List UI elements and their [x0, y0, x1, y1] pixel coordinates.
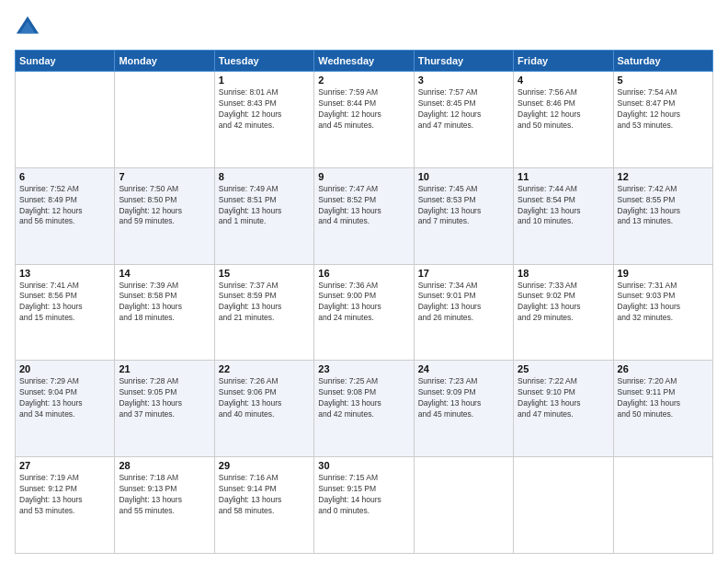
- day-number: 13: [19, 268, 110, 279]
- calendar-week-1: 1Sunrise: 8:01 AM Sunset: 8:43 PM Daylig…: [16, 72, 713, 168]
- calendar-week-5: 27Sunrise: 7:19 AM Sunset: 9:12 PM Dayli…: [16, 457, 713, 554]
- day-number: 16: [318, 268, 409, 279]
- calendar-cell: 1Sunrise: 8:01 AM Sunset: 8:43 PM Daylig…: [214, 72, 313, 168]
- calendar-week-4: 20Sunrise: 7:29 AM Sunset: 9:04 PM Dayli…: [16, 361, 713, 457]
- page: SundayMondayTuesdayWednesdayThursdayFrid…: [0, 0, 728, 563]
- calendar-cell: 16Sunrise: 7:36 AM Sunset: 9:00 PM Dayli…: [314, 264, 414, 361]
- calendar-week-3: 13Sunrise: 7:41 AM Sunset: 8:56 PM Dayli…: [16, 264, 713, 361]
- day-info: Sunrise: 7:49 AM Sunset: 8:51 PM Dayligh…: [219, 184, 310, 228]
- day-info: Sunrise: 7:28 AM Sunset: 9:05 PM Dayligh…: [119, 376, 210, 420]
- day-number: 18: [518, 268, 609, 279]
- calendar-cell: 11Sunrise: 7:44 AM Sunset: 8:54 PM Dayli…: [514, 167, 613, 264]
- day-info: Sunrise: 7:57 AM Sunset: 8:45 PM Dayligh…: [418, 87, 509, 132]
- day-info: Sunrise: 7:37 AM Sunset: 8:59 PM Dayligh…: [219, 281, 310, 325]
- day-number: 24: [418, 363, 509, 374]
- day-info: Sunrise: 7:47 AM Sunset: 8:52 PM Dayligh…: [318, 184, 409, 228]
- calendar-cell: 5Sunrise: 7:54 AM Sunset: 8:47 PM Daylig…: [613, 72, 712, 168]
- day-info: Sunrise: 7:15 AM Sunset: 9:15 PM Dayligh…: [318, 473, 409, 517]
- calendar-header-friday: Friday: [514, 51, 613, 72]
- calendar-header-monday: Monday: [115, 51, 214, 72]
- logo-icon: [15, 15, 40, 40]
- calendar-cell: 4Sunrise: 7:56 AM Sunset: 8:46 PM Daylig…: [514, 72, 613, 168]
- day-info: Sunrise: 7:50 AM Sunset: 8:50 PM Dayligh…: [119, 184, 210, 228]
- calendar-cell: 9Sunrise: 7:47 AM Sunset: 8:52 PM Daylig…: [314, 167, 414, 264]
- day-number: 14: [119, 268, 210, 279]
- header: [15, 15, 713, 40]
- day-number: 17: [418, 268, 509, 279]
- calendar-cell: 23Sunrise: 7:25 AM Sunset: 9:08 PM Dayli…: [314, 361, 414, 457]
- calendar-cell: 10Sunrise: 7:45 AM Sunset: 8:53 PM Dayli…: [414, 167, 513, 264]
- day-info: Sunrise: 7:41 AM Sunset: 8:56 PM Dayligh…: [19, 281, 110, 325]
- day-number: 1: [219, 75, 310, 86]
- day-info: Sunrise: 7:59 AM Sunset: 8:44 PM Dayligh…: [318, 87, 409, 132]
- day-number: 2: [318, 75, 409, 86]
- day-info: Sunrise: 8:01 AM Sunset: 8:43 PM Dayligh…: [219, 87, 310, 132]
- day-number: 12: [618, 171, 709, 182]
- calendar-cell: 27Sunrise: 7:19 AM Sunset: 9:12 PM Dayli…: [16, 457, 115, 554]
- calendar-header-row: SundayMondayTuesdayWednesdayThursdayFrid…: [16, 51, 713, 72]
- calendar-cell: 29Sunrise: 7:16 AM Sunset: 9:14 PM Dayli…: [214, 457, 313, 554]
- calendar-header-sunday: Sunday: [16, 51, 115, 72]
- day-info: Sunrise: 7:16 AM Sunset: 9:14 PM Dayligh…: [219, 473, 310, 517]
- calendar-cell: 12Sunrise: 7:42 AM Sunset: 8:55 PM Dayli…: [613, 167, 712, 264]
- calendar-cell: 17Sunrise: 7:34 AM Sunset: 9:01 PM Dayli…: [414, 264, 513, 361]
- day-info: Sunrise: 7:31 AM Sunset: 9:03 PM Dayligh…: [618, 281, 709, 325]
- calendar-cell: [613, 457, 712, 554]
- day-info: Sunrise: 7:56 AM Sunset: 8:46 PM Dayligh…: [518, 87, 609, 132]
- day-number: 4: [518, 75, 609, 86]
- calendar-cell: 14Sunrise: 7:39 AM Sunset: 8:58 PM Dayli…: [115, 264, 214, 361]
- calendar-header-tuesday: Tuesday: [214, 51, 313, 72]
- calendar-cell: 7Sunrise: 7:50 AM Sunset: 8:50 PM Daylig…: [115, 167, 214, 264]
- calendar-cell: 24Sunrise: 7:23 AM Sunset: 9:09 PM Dayli…: [414, 361, 513, 457]
- calendar-cell: 8Sunrise: 7:49 AM Sunset: 8:51 PM Daylig…: [214, 167, 313, 264]
- calendar-cell: 26Sunrise: 7:20 AM Sunset: 9:11 PM Dayli…: [613, 361, 712, 457]
- day-number: 3: [418, 75, 509, 86]
- calendar-cell: 15Sunrise: 7:37 AM Sunset: 8:59 PM Dayli…: [214, 264, 313, 361]
- calendar-cell: 13Sunrise: 7:41 AM Sunset: 8:56 PM Dayli…: [16, 264, 115, 361]
- day-info: Sunrise: 7:34 AM Sunset: 9:01 PM Dayligh…: [418, 281, 509, 325]
- calendar-cell: 6Sunrise: 7:52 AM Sunset: 8:49 PM Daylig…: [16, 167, 115, 264]
- calendar-cell: 20Sunrise: 7:29 AM Sunset: 9:04 PM Dayli…: [16, 361, 115, 457]
- calendar-cell: [16, 72, 115, 168]
- day-info: Sunrise: 7:18 AM Sunset: 9:13 PM Dayligh…: [119, 473, 210, 517]
- calendar-cell: [414, 457, 513, 554]
- day-number: 28: [119, 460, 210, 471]
- day-info: Sunrise: 7:29 AM Sunset: 9:04 PM Dayligh…: [19, 376, 110, 420]
- calendar-cell: 3Sunrise: 7:57 AM Sunset: 8:45 PM Daylig…: [414, 72, 513, 168]
- day-number: 8: [219, 171, 310, 182]
- calendar-cell: 28Sunrise: 7:18 AM Sunset: 9:13 PM Dayli…: [115, 457, 214, 554]
- day-number: 20: [19, 363, 110, 374]
- calendar-cell: 25Sunrise: 7:22 AM Sunset: 9:10 PM Dayli…: [514, 361, 613, 457]
- day-number: 30: [318, 460, 409, 471]
- day-number: 11: [518, 171, 609, 182]
- calendar-cell: [514, 457, 613, 554]
- day-info: Sunrise: 7:25 AM Sunset: 9:08 PM Dayligh…: [318, 376, 409, 420]
- day-info: Sunrise: 7:33 AM Sunset: 9:02 PM Dayligh…: [518, 281, 609, 325]
- calendar-cell: [115, 72, 214, 168]
- day-info: Sunrise: 7:54 AM Sunset: 8:47 PM Dayligh…: [618, 87, 709, 132]
- calendar-cell: 18Sunrise: 7:33 AM Sunset: 9:02 PM Dayli…: [514, 264, 613, 361]
- day-info: Sunrise: 7:20 AM Sunset: 9:11 PM Dayligh…: [618, 376, 709, 420]
- day-number: 22: [219, 363, 310, 374]
- calendar-cell: 21Sunrise: 7:28 AM Sunset: 9:05 PM Dayli…: [115, 361, 214, 457]
- day-number: 10: [418, 171, 509, 182]
- day-info: Sunrise: 7:52 AM Sunset: 8:49 PM Dayligh…: [19, 184, 110, 228]
- day-number: 15: [219, 268, 310, 279]
- day-number: 7: [119, 171, 210, 182]
- logo: [15, 15, 44, 40]
- day-info: Sunrise: 7:42 AM Sunset: 8:55 PM Dayligh…: [618, 184, 709, 228]
- calendar-cell: 22Sunrise: 7:26 AM Sunset: 9:06 PM Dayli…: [214, 361, 313, 457]
- day-number: 19: [618, 268, 709, 279]
- day-info: Sunrise: 7:19 AM Sunset: 9:12 PM Dayligh…: [19, 473, 110, 517]
- day-info: Sunrise: 7:39 AM Sunset: 8:58 PM Dayligh…: [119, 281, 210, 325]
- calendar-week-2: 6Sunrise: 7:52 AM Sunset: 8:49 PM Daylig…: [16, 167, 713, 264]
- day-number: 27: [19, 460, 110, 471]
- day-number: 6: [19, 171, 110, 182]
- day-info: Sunrise: 7:22 AM Sunset: 9:10 PM Dayligh…: [518, 376, 609, 420]
- day-number: 25: [518, 363, 609, 374]
- calendar-table: SundayMondayTuesdayWednesdayThursdayFrid…: [15, 50, 713, 554]
- calendar-header-wednesday: Wednesday: [314, 51, 414, 72]
- day-number: 29: [219, 460, 310, 471]
- day-number: 21: [119, 363, 210, 374]
- calendar-cell: 19Sunrise: 7:31 AM Sunset: 9:03 PM Dayli…: [613, 264, 712, 361]
